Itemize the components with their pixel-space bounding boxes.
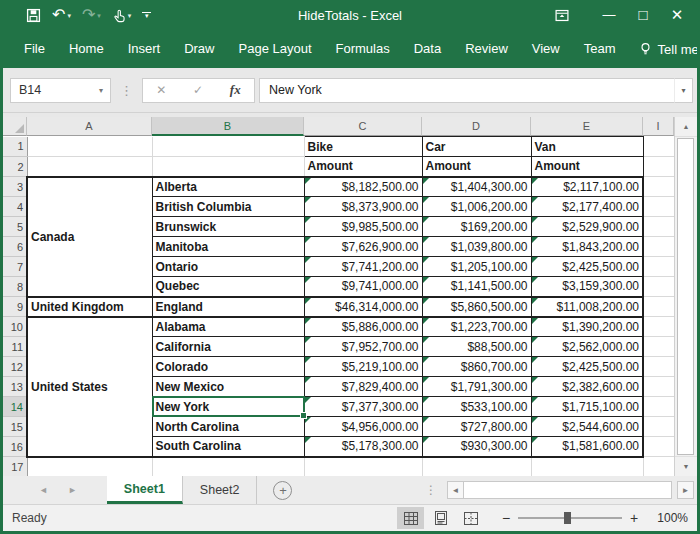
- insert-function-icon[interactable]: fx: [230, 82, 241, 98]
- touch-mouse-mode-button[interactable]: ▾: [112, 8, 132, 23]
- cell-B10[interactable]: Alabama: [152, 317, 304, 337]
- row-header-2[interactable]: 2: [3, 157, 27, 177]
- cell-I1[interactable]: [643, 137, 674, 157]
- cell-C3[interactable]: $8,182,500.00: [304, 177, 422, 197]
- expand-formula-bar-icon[interactable]: ▾: [674, 78, 693, 103]
- cell-D8[interactable]: $1,141,500.00: [422, 277, 531, 297]
- cell-C15[interactable]: $4,956,000.00: [304, 417, 422, 437]
- row-header-15[interactable]: 15: [3, 417, 27, 437]
- cell-C17[interactable]: [304, 457, 422, 477]
- redo-button[interactable]: ↷▾: [82, 7, 101, 23]
- zoom-level[interactable]: 100%: [652, 511, 688, 525]
- cell-E8[interactable]: $3,159,300.00: [531, 277, 643, 297]
- cell-B16[interactable]: South Carolina: [152, 437, 304, 457]
- column-header-B[interactable]: B: [152, 117, 304, 136]
- maximize-button[interactable]: □: [626, 0, 660, 30]
- page-layout-view-button[interactable]: [427, 507, 454, 529]
- cell-B4[interactable]: British Columbia: [152, 197, 304, 217]
- tab-formulas[interactable]: Formulas: [324, 30, 402, 68]
- cell-I11[interactable]: [643, 337, 674, 357]
- name-box-dropdown-icon[interactable]: ▾: [92, 86, 110, 95]
- row-header-9[interactable]: 9: [3, 297, 27, 317]
- column-header-E[interactable]: E: [531, 117, 643, 136]
- normal-view-button[interactable]: [397, 507, 424, 529]
- scroll-left-icon[interactable]: ◄: [447, 481, 464, 499]
- cell-E1[interactable]: Van: [531, 137, 643, 157]
- row-header-14[interactable]: 14: [3, 397, 27, 417]
- cell-E7[interactable]: $2,425,500.00: [531, 257, 643, 277]
- cell-region-united-states[interactable]: United States: [27, 317, 152, 457]
- cell-B1[interactable]: [152, 137, 304, 157]
- row-header-12[interactable]: 12: [3, 357, 27, 377]
- column-header-A[interactable]: A: [27, 117, 152, 136]
- cell-B6[interactable]: Manitoba: [152, 237, 304, 257]
- cell-D11[interactable]: $88,500.00: [422, 337, 531, 357]
- cell-I9[interactable]: [643, 297, 674, 317]
- cell-B11[interactable]: California: [152, 337, 304, 357]
- cell-I6[interactable]: [643, 237, 674, 257]
- cell-B8[interactable]: Quebec: [152, 277, 304, 297]
- cell-B15[interactable]: North Carolina: [152, 417, 304, 437]
- scroll-up-icon[interactable]: ▲: [675, 117, 697, 137]
- cell-E4[interactable]: $2,177,400.00: [531, 197, 643, 217]
- cell-E13[interactable]: $2,382,600.00: [531, 377, 643, 397]
- zoom-in-button[interactable]: +: [628, 510, 640, 526]
- cell-D15[interactable]: $727,800.00: [422, 417, 531, 437]
- cell-I15[interactable]: [643, 417, 674, 437]
- cell-I3[interactable]: [643, 177, 674, 197]
- cell-E17[interactable]: [531, 457, 643, 477]
- cell-E10[interactable]: $1,390,200.00: [531, 317, 643, 337]
- close-button[interactable]: ✕: [660, 0, 694, 30]
- new-sheet-button[interactable]: +: [273, 481, 292, 500]
- cell-C5[interactable]: $9,985,500.00: [304, 217, 422, 237]
- cell-D1[interactable]: Car: [422, 137, 531, 157]
- save-icon[interactable]: [26, 8, 41, 23]
- next-sheet-icon[interactable]: ►: [68, 485, 77, 495]
- tab-insert[interactable]: Insert: [116, 30, 173, 68]
- cell-E16[interactable]: $1,581,600.00: [531, 437, 643, 457]
- scroll-right-icon[interactable]: ►: [677, 481, 694, 499]
- row-header-10[interactable]: 10: [3, 317, 27, 337]
- cell-B7[interactable]: Ontario: [152, 257, 304, 277]
- undo-button[interactable]: ↶▾: [52, 7, 71, 23]
- cell-I4[interactable]: [643, 197, 674, 217]
- cell-D16[interactable]: $930,300.00: [422, 437, 531, 457]
- row-header-17[interactable]: 17: [3, 457, 27, 477]
- cell-I10[interactable]: [643, 317, 674, 337]
- row-header-16[interactable]: 16: [3, 437, 27, 457]
- cell-C13[interactable]: $7,829,400.00: [304, 377, 422, 397]
- vertical-scrollbar-thumb[interactable]: [677, 138, 694, 455]
- touch-mode-dropdown-icon[interactable]: ▾: [128, 12, 132, 19]
- cell-C6[interactable]: $7,626,900.00: [304, 237, 422, 257]
- cell-E6[interactable]: $1,843,200.00: [531, 237, 643, 257]
- tab-page-layout[interactable]: Page Layout: [227, 30, 324, 68]
- tab-draw[interactable]: Draw: [172, 30, 226, 68]
- cell-I14[interactable]: [643, 397, 674, 417]
- cell-C10[interactable]: $5,886,000.00: [304, 317, 422, 337]
- cell-C16[interactable]: $5,178,300.00: [304, 437, 422, 457]
- cell-I2[interactable]: [643, 157, 674, 177]
- cell-B9[interactable]: England: [152, 297, 304, 317]
- column-header-D[interactable]: D: [422, 117, 531, 136]
- cell-I17[interactable]: [643, 457, 674, 477]
- cell-D13[interactable]: $1,791,300.00: [422, 377, 531, 397]
- cell-D3[interactable]: $1,404,300.00: [422, 177, 531, 197]
- cell-E3[interactable]: $2,117,100.00: [531, 177, 643, 197]
- page-break-preview-button[interactable]: [457, 507, 484, 529]
- cell-I16[interactable]: [643, 437, 674, 457]
- zoom-slider-thumb[interactable]: [564, 512, 571, 524]
- cell-C9[interactable]: $46,314,000.00: [304, 297, 422, 317]
- zoom-slider[interactable]: [518, 517, 622, 519]
- cell-I5[interactable]: [643, 217, 674, 237]
- sheet-tab-sheet1[interactable]: Sheet1: [107, 476, 183, 504]
- row-header-11[interactable]: 11: [3, 337, 27, 357]
- row-header-13[interactable]: 13: [3, 377, 27, 397]
- row-header-7[interactable]: 7: [3, 257, 27, 277]
- cell-D4[interactable]: $1,006,200.00: [422, 197, 531, 217]
- cell-B5[interactable]: Brunswick: [152, 217, 304, 237]
- row-header-6[interactable]: 6: [3, 237, 27, 257]
- tab-data[interactable]: Data: [402, 30, 453, 68]
- row-header-8[interactable]: 8: [3, 277, 27, 297]
- row-header-3[interactable]: 3: [3, 177, 27, 197]
- cell-region-united-kingdom[interactable]: United Kingdom: [27, 297, 152, 317]
